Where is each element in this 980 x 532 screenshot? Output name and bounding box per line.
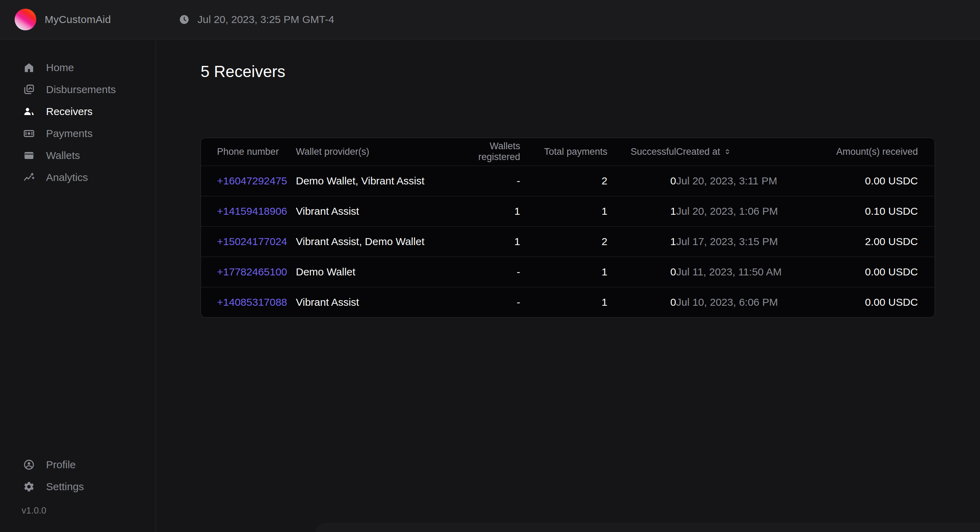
created-at-cell: Jul 17, 2023, 3:15 PM [676,226,835,257]
app-logo [15,9,36,30]
table-row: +14159418906 Vibrant Assist 1 1 1 Jul 20… [201,196,935,226]
wallets-registered-cell: - [445,257,520,287]
sidebar-item-disbursements[interactable]: Disbursements [0,78,156,100]
created-at-cell: Jul 11, 2023, 11:50 AM [676,257,835,287]
top-bar: MyCustomAid Jul 20, 2023, 3:25 PM GMT-4 [0,0,980,40]
col-header-total-payments: Total payments [520,138,608,165]
successful-cell: 1 [608,226,676,257]
sidebar-item-label: Profile [46,459,76,471]
disbursements-icon [22,84,36,95]
total-payments-cell: 1 [520,257,608,287]
home-icon [22,62,36,73]
brand: MyCustomAid [0,9,111,30]
amount-cell: 2.00 USDC [835,226,935,257]
col-header-amount: Amount(s) received [835,138,935,165]
sidebar-item-label: Settings [46,481,84,492]
col-header-successful: Successful [608,138,676,165]
col-header-phone: Phone number [201,138,296,165]
created-at-cell: Jul 20, 2023, 3:11 PM [676,165,835,196]
wallets-registered-cell: 1 [445,226,520,257]
phone-link[interactable]: +14159418906 [217,205,287,217]
table-header-row: Phone number Wallet provider(s) Wallets … [201,138,935,165]
table-row: +16047292475 Demo Wallet, Vibrant Assist… [201,165,935,196]
amount-cell: 0.00 USDC [835,257,935,287]
successful-cell: 0 [608,257,676,287]
sidebar-item-label: Receivers [46,106,92,118]
sidebar-item-analytics[interactable]: Analytics [0,166,156,188]
bottom-overlay [316,523,980,532]
main-content: 5 Receivers Filter Export [156,40,980,532]
providers-cell: Demo Wallet, Vibrant Assist [296,165,445,196]
col-header-created-at[interactable]: Created at [676,146,731,157]
total-payments-cell: 1 [520,196,608,226]
sidebar-item-label: Analytics [46,172,88,183]
successful-cell: 0 [608,287,676,317]
app-version: v1.0.0 [0,505,156,516]
created-at-cell: Jul 10, 2023, 6:06 PM [676,287,835,317]
sidebar-item-label: Wallets [46,149,80,161]
payments-icon [22,128,36,140]
phone-link[interactable]: +17782465100 [217,266,287,278]
clock-icon [179,14,190,25]
col-header-wallets-registered: Wallets registered [445,138,520,165]
timestamp-label: Jul 20, 2023, 3:25 PM GMT-4 [197,14,334,25]
successful-cell: 1 [608,196,676,226]
wallets-icon [22,149,36,161]
amount-cell: 0.10 USDC [835,196,935,226]
gear-icon [22,481,36,492]
sidebar-item-payments[interactable]: Payments [0,122,156,145]
phone-link[interactable]: +15024177024 [217,236,287,247]
sidebar-item-label: Disbursements [46,84,116,95]
sidebar: Home Disbursements Receivers Payments Wa… [0,40,156,532]
app-title: MyCustomAid [45,14,111,25]
phone-link[interactable]: +16047292475 [217,175,287,186]
current-time: Jul 20, 2023, 3:25 PM GMT-4 [179,14,334,25]
receivers-table: Phone number Wallet provider(s) Wallets … [200,138,935,318]
sidebar-item-home[interactable]: Home [0,57,156,78]
sidebar-item-label: Home [46,62,74,73]
profile-icon [22,459,36,471]
col-header-providers: Wallet provider(s) [296,138,445,165]
table-row: +15024177024 Vibrant Assist, Demo Wallet… [201,226,935,257]
providers-cell: Demo Wallet [296,257,445,287]
sidebar-item-settings[interactable]: Settings [0,475,156,497]
table-row: +14085317088 Vibrant Assist - 1 0 Jul 10… [201,287,935,317]
amount-cell: 0.00 USDC [835,165,935,196]
table-row: +17782465100 Demo Wallet - 1 0 Jul 11, 2… [201,257,935,287]
page-title: 5 Receivers [200,62,980,81]
wallets-registered-cell: - [445,287,520,317]
receivers-icon [22,106,36,118]
sidebar-item-receivers[interactable]: Receivers [0,100,156,122]
successful-cell: 0 [608,165,676,196]
amount-cell: 0.00 USDC [835,287,935,317]
created-at-cell: Jul 20, 2023, 1:06 PM [676,196,835,226]
providers-cell: Vibrant Assist, Demo Wallet [296,226,445,257]
sidebar-item-label: Payments [46,128,92,140]
phone-link[interactable]: +14085317088 [217,296,287,308]
wallets-registered-cell: - [445,165,520,196]
sort-icon [724,148,731,156]
total-payments-cell: 2 [520,226,608,257]
analytics-icon [22,172,36,183]
sidebar-item-profile[interactable]: Profile [0,454,156,475]
sidebar-item-wallets[interactable]: Wallets [0,145,156,166]
wallets-registered-cell: 1 [445,196,520,226]
providers-cell: Vibrant Assist [296,287,445,317]
total-payments-cell: 2 [520,165,608,196]
total-payments-cell: 1 [520,287,608,317]
providers-cell: Vibrant Assist [296,196,445,226]
